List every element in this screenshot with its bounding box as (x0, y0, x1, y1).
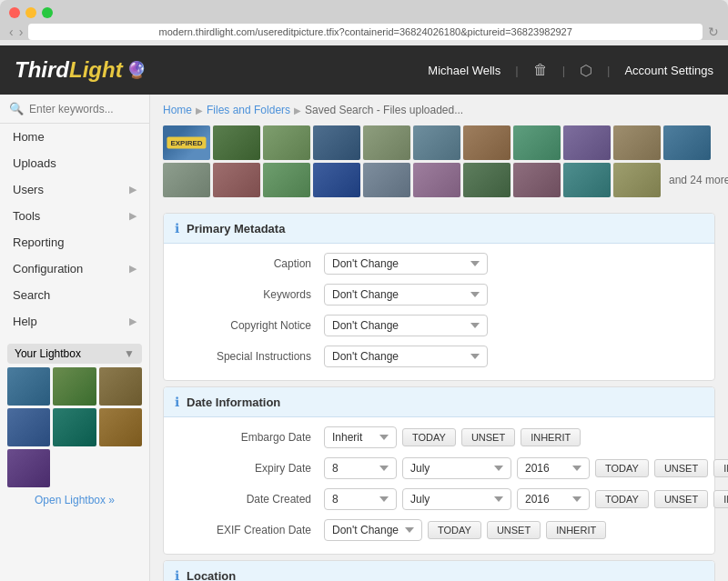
special-instructions-select[interactable]: Don't Change (324, 346, 488, 367)
primary-metadata-header: ℹ Primary Metadata (164, 214, 714, 244)
strip-thumb-3 (263, 125, 310, 160)
embargo-date-row: Embargo Date Inherit TODAY UNSET INHERIT (178, 426, 700, 448)
location-title: Location (187, 569, 236, 582)
keywords-control: Don't Change (324, 284, 700, 306)
strip-row-1: EXPIRED (163, 125, 715, 160)
breadcrumb-files[interactable]: Files and Folders (207, 104, 290, 116)
search-input[interactable] (29, 103, 140, 115)
date-information-icon: ℹ (175, 395, 179, 409)
created-inherit-button[interactable]: INHERIT (713, 490, 728, 508)
copyright-control: Don't Change (324, 315, 700, 336)
exif-inherit-button[interactable]: INHERIT (546, 521, 606, 539)
embargo-inherit-button[interactable]: INHERIT (521, 428, 581, 446)
expiry-month-select[interactable]: July (402, 457, 511, 479)
lightbox-thumb-3 (99, 367, 142, 406)
search-box: 🔍 (0, 95, 149, 124)
lightbox-thumb-7 (7, 449, 50, 487)
exif-today-button[interactable]: TODAY (428, 521, 481, 539)
sidebar-item-reporting[interactable]: Reporting (0, 229, 149, 255)
logo-icon: 🔮 (126, 60, 147, 80)
header-separator3: | (607, 64, 610, 77)
breadcrumb-current: Saved Search - Files uploaded... (305, 104, 463, 116)
maximize-button[interactable] (42, 7, 53, 18)
keywords-label: Keywords (178, 288, 324, 301)
sidebar-item-search[interactable]: Search (0, 282, 149, 308)
strip-thumb-17 (413, 163, 460, 197)
keywords-select[interactable]: Don't Change (324, 284, 488, 306)
account-settings-link[interactable]: Account Settings (624, 64, 713, 77)
date-information-title: Date Information (187, 396, 280, 409)
lightbox-thumb-1 (7, 367, 50, 406)
sidebar-item-help[interactable]: Help ▶ (0, 308, 149, 335)
sidebar-item-uploads[interactable]: Uploads (0, 150, 149, 176)
url-bar[interactable]: modern.thirdlight.com/usereditpicture.tf… (28, 24, 703, 40)
caption-row: Caption Don't Change (178, 253, 700, 275)
lightbox-header[interactable]: Your Lightbox ▼ (7, 344, 142, 364)
expiry-year-select[interactable]: 2016 (517, 457, 590, 479)
exif-date-label: EXIF Creation Date (178, 524, 324, 536)
breadcrumb-home[interactable]: Home (163, 104, 192, 116)
exif-date-row: EXIF Creation Date Don't Change TODAY UN… (178, 519, 700, 541)
strip-thumb-14 (263, 163, 310, 197)
browser-buttons (9, 7, 719, 18)
open-lightbox[interactable]: Open Lightbox » (7, 493, 142, 506)
created-year-select[interactable]: 2016 (517, 488, 590, 510)
caption-select[interactable]: Don't Change (324, 253, 488, 275)
created-month-select[interactable]: July (402, 488, 511, 510)
created-day-select[interactable]: 8 (324, 488, 397, 510)
strip-thumb-13 (213, 163, 260, 197)
open-lightbox-link[interactable]: Open Lightbox » (35, 494, 115, 506)
sidebar-item-home[interactable]: Home (0, 124, 149, 150)
expiry-day-select[interactable]: 8 (324, 457, 397, 479)
strip-thumb-19 (513, 163, 561, 197)
special-instructions-control: Don't Change (324, 346, 700, 367)
tools-arrow-icon: ▶ (129, 210, 136, 222)
primary-metadata-section: ℹ Primary Metadata Caption Don't Change … (163, 213, 715, 381)
copyright-label: Copyright Notice (178, 319, 324, 332)
configuration-label: Configuration (13, 262, 83, 275)
trash-icon[interactable]: 🗑 (533, 62, 548, 78)
created-unset-button[interactable]: UNSET (654, 490, 708, 508)
expiry-today-button[interactable]: TODAY (595, 459, 649, 477)
sidebar-item-configuration[interactable]: Configuration ▶ (0, 255, 149, 282)
lightbox-section: Your Lightbox ▼ Open Lightbox » (7, 344, 142, 506)
header-separator: | (515, 64, 518, 77)
help-label: Help (13, 315, 37, 328)
content: Home ▶ Files and Folders ▶ Saved Search … (150, 95, 728, 581)
expiry-inherit-button[interactable]: INHERIT (713, 459, 728, 477)
sidebar-item-users[interactable]: Users ▶ (0, 176, 149, 203)
strip-thumb-6 (413, 125, 460, 160)
sidebar-item-tools[interactable]: Tools ▶ (0, 203, 149, 229)
keywords-row: Keywords Don't Change (178, 284, 700, 306)
date-created-row: Date Created 8 July 2016 TODAY (178, 488, 700, 510)
strip-thumb-7 (463, 125, 511, 160)
embargo-date-label: Embargo Date (178, 431, 324, 444)
minimize-button[interactable] (25, 7, 36, 18)
tools-label: Tools (13, 209, 40, 223)
exif-date-select[interactable]: Don't Change (324, 519, 422, 541)
image-strip: EXPIRED (150, 125, 728, 207)
refresh-icon[interactable]: ↻ (708, 25, 719, 39)
lightbox-thumbs (7, 367, 142, 487)
strip-thumb-4 (313, 125, 360, 160)
date-information-body: Embargo Date Inherit TODAY UNSET INHERIT (164, 417, 714, 554)
lightbox-thumb-6 (99, 408, 142, 446)
expiry-unset-button[interactable]: UNSET (654, 459, 708, 477)
lightbox-thumb-5 (53, 408, 96, 446)
forward-icon[interactable]: › (19, 25, 24, 39)
browser-nav: ‹ › modern.thirdlight.com/usereditpictur… (9, 24, 719, 40)
back-icon[interactable]: ‹ (9, 25, 14, 39)
close-button[interactable] (9, 7, 20, 18)
dropbox-icon[interactable]: ⬡ (580, 62, 592, 79)
embargo-today-button[interactable]: TODAY (402, 428, 456, 446)
date-information-section: ℹ Date Information Embargo Date Inherit … (163, 386, 715, 555)
breadcrumb-sep-1: ▶ (196, 105, 203, 115)
location-icon: ℹ (175, 568, 179, 581)
embargo-date-control: Inherit TODAY UNSET INHERIT (324, 426, 700, 448)
expiry-date-control: 8 July 2016 TODAY UNSET INHERIT (324, 457, 728, 479)
copyright-select[interactable]: Don't Change (324, 315, 488, 336)
created-today-button[interactable]: TODAY (595, 490, 649, 508)
embargo-date-select[interactable]: Inherit (324, 426, 397, 448)
embargo-unset-button[interactable]: UNSET (461, 428, 515, 446)
exif-unset-button[interactable]: UNSET (487, 521, 541, 539)
